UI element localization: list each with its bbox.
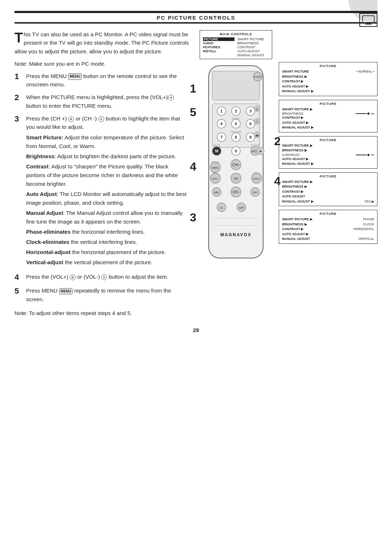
right-inner: 1 5 4 2 4 3: [200, 62, 377, 266]
monitor-icon: [359, 13, 377, 27]
page-header: PC Picture Controls: [15, 11, 377, 24]
desc-list: Smart Picture: Adjust the color temperat…: [26, 133, 189, 267]
step-overlay-4b: 4: [274, 175, 281, 188]
main-content: This TV can also be used as a PC Monitor…: [15, 30, 377, 316]
mc-empty: [203, 53, 234, 57]
menu-row-3-2: Brightness ▶: [282, 148, 374, 153]
svg-text:CH+: CH+: [232, 163, 240, 167]
mc-manual-adjust: Manual Adjust: [237, 53, 269, 57]
mc-picture: Picture: [203, 37, 234, 41]
menu-row-5-2: Brightness ▶ Clock: [282, 222, 374, 227]
step-1-number: 1: [15, 72, 23, 81]
mc-brightness: Brightness: [237, 41, 269, 45]
menu-row-4-4: Auto Adjust: [282, 194, 374, 199]
page-container: PC Picture Controls This TV can also be …: [0, 0, 392, 556]
menu-row-3-1: Smart Picture ▶: [282, 143, 374, 148]
svg-text:PIP: PIP: [253, 191, 257, 194]
svg-text:CH-: CH-: [233, 190, 239, 194]
menu-row-3-3: Contrast 60: [282, 153, 374, 157]
svg-text:M: M: [215, 149, 218, 153]
step-1: 1 Press the MENU MENU button on the remo…: [15, 72, 189, 89]
mc-contrast: Contrast: [237, 45, 269, 49]
left-column: This TV can also be used as a PC Monitor…: [15, 30, 189, 316]
step-1-content: Press the MENU MENU button on the remote…: [26, 72, 189, 89]
menu-row-5-5: Manual Adjust Vertical: [282, 237, 374, 242]
menu-row-2-5: Manual Adjust ▶: [282, 125, 374, 130]
step-3-number: 3: [15, 114, 23, 124]
menu-row-2-2: Brightness 60: [282, 112, 374, 115]
step-overlay-4a: 4: [190, 160, 196, 173]
menu-title-5: Picture: [282, 212, 374, 216]
menu-title-2: Picture: [282, 102, 374, 106]
menu-box-1: Picture Smart Picture • Normal • Brightn…: [279, 62, 377, 96]
step-overlay-3a: 3: [190, 211, 196, 224]
svg-text:SOUND: SOUND: [250, 144, 260, 147]
menu-row-1-2: Brightness ▶: [282, 74, 374, 79]
page-title: PC Picture Controls: [156, 15, 235, 21]
mc-audio: Audio: [203, 41, 234, 45]
svg-text:0: 0: [235, 149, 237, 153]
brightness-slider: 60: [356, 112, 374, 115]
svg-text:6: 6: [249, 122, 252, 126]
svg-text:MAGNAVOX: MAGNAVOX: [220, 232, 252, 237]
menu-row-1-5: Manual Adjust ▶: [282, 89, 374, 94]
menu-row-3-4: Auto Adjust ▶: [282, 157, 374, 162]
step-4: 4 Press the (VOL+) ⊕ or (VOL-) ⊖ button …: [15, 273, 189, 282]
svg-rect-1: [367, 23, 371, 24]
menu-box-2: Picture Smart Picture ▶ Brightness 60: [279, 100, 377, 132]
svg-text:2: 2: [235, 109, 237, 113]
svg-text:CC: CC: [220, 207, 223, 209]
svg-text:8: 8: [235, 135, 237, 139]
svg-text:VOL+: VOL+: [253, 177, 261, 180]
note-pc-mode: Note: Make sure you are in PC mode.: [15, 61, 189, 67]
menu-box-4: Picture Smart Picture ▶ Brightness ▶ Con…: [279, 172, 377, 207]
svg-text:📺: 📺: [256, 134, 259, 137]
step-2-content: When the PICTURE menu is highlighted, pr…: [26, 93, 189, 110]
mc-install: Install: [203, 49, 234, 53]
remote-svg: PWR 1 2 3 ⏻ SLEEP: [201, 62, 270, 265]
right-column: Main Controls Picture Smart Picture Audi…: [200, 30, 377, 316]
menu-row-1-3: Contrast ▶: [282, 79, 374, 84]
svg-text:1: 1: [220, 109, 222, 113]
main-controls-box: Main Controls Picture Smart Picture Audi…: [200, 30, 272, 59]
main-controls-grid: Picture Smart Picture Audio Brightness F…: [203, 37, 269, 57]
step-overlay-5: 5: [190, 106, 196, 119]
svg-text:SAP: SAP: [239, 207, 244, 209]
menu-row-4-1: Smart Picture ▶: [282, 180, 374, 185]
svg-text:MEN: MEN: [212, 166, 219, 169]
menu-row-2-3: Contrast ▶: [282, 115, 374, 120]
remote-area: 1 5 4 2 4 3: [200, 62, 272, 266]
step-4-content: Press the (VOL+) ⊕ or (VOL-) ⊖ button to…: [26, 273, 168, 281]
ch-plus-icon: ⊕: [68, 116, 74, 122]
header-title-row: PC Picture Controls: [15, 13, 377, 21]
menu-row-4-3: Contrast ▶: [282, 189, 374, 195]
svg-text:OK: OK: [233, 177, 238, 180]
contrast-slider: 60: [356, 153, 374, 156]
menu-row-2-4: Auto Adjust ▶: [282, 120, 374, 126]
menu-title-1: Picture: [282, 64, 374, 68]
step-overlay-1: 1: [190, 82, 196, 95]
svg-text:9: 9: [249, 135, 252, 139]
step-5: 5 Press MENU MENU repeatedly to remove t…: [15, 286, 189, 303]
svg-rect-0: [363, 16, 374, 23]
svg-text:PWR: PWR: [254, 75, 262, 79]
step-3-content: Press the (CH +) ⊕ or (CH -) ⊖ button to…: [26, 114, 189, 269]
step-overlay-2: 2: [274, 135, 281, 148]
menu-row-2-1: Smart Picture ▶: [282, 107, 374, 112]
svg-text:4: 4: [220, 122, 223, 126]
step-5-number: 5: [15, 286, 23, 296]
menu-title-3: Picture: [282, 138, 374, 142]
step-2-number: 2: [15, 93, 23, 102]
final-note: Note: To adjust other items repeat steps…: [15, 310, 189, 316]
svg-text:3: 3: [249, 109, 252, 113]
menu-title-4: Picture: [282, 175, 374, 178]
svg-text:VOL-: VOL-: [212, 177, 219, 180]
svg-text:7: 7: [220, 135, 222, 139]
step-5-content: Press MENU MENU repeatedly to remove the…: [26, 286, 189, 303]
header-bottom-bar: [15, 22, 377, 24]
menu-button-icon-2: MENU: [59, 288, 73, 295]
menu-button-icon: MENU: [68, 73, 82, 80]
ch-minus-icon: ⊖: [98, 116, 104, 122]
vol-plus-icon-2: ⊕: [70, 274, 75, 280]
svg-text:MUTE: MUTE: [213, 144, 220, 147]
